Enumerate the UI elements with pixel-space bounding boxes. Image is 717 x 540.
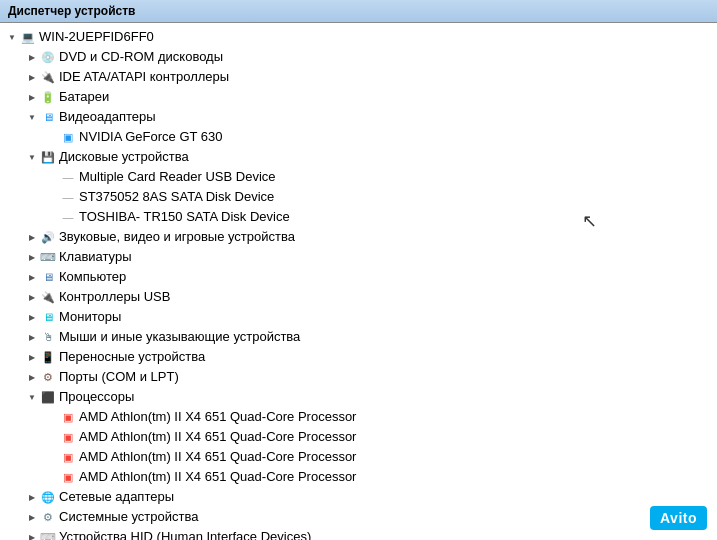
avito-badge: Avito — [650, 506, 707, 530]
collapsed-arrow-icon — [29, 348, 35, 367]
expand-button-computer2[interactable] — [24, 269, 40, 285]
device-manager-window: Диспетчер устройств 💻WIN-2UEPFID6FF0💿DVD… — [0, 0, 717, 540]
item-label-portable: Переносные устройства — [59, 348, 205, 366]
tree-item-portable[interactable]: 📱Переносные устройства — [0, 347, 717, 367]
device-icon-cpu1: ▣ — [60, 409, 76, 425]
item-label-ports: Порты (COM и LPT) — [59, 368, 179, 386]
device-icon-disks: 💾 — [40, 149, 56, 165]
title-bar: Диспетчер устройств — [0, 0, 717, 23]
collapsed-arrow-icon — [29, 68, 35, 87]
expand-button-hid[interactable] — [24, 529, 40, 540]
tree-item-hid[interactable]: ⌨Устройства HID (Human Interface Devices… — [0, 527, 717, 540]
collapsed-arrow-icon — [29, 228, 35, 247]
tree-item-computer[interactable]: 💻WIN-2UEPFID6FF0 — [0, 27, 717, 47]
expand-button-usb[interactable] — [24, 289, 40, 305]
tree-item-display[interactable]: 🖥Видеоадаптеры — [0, 107, 717, 127]
expand-button-network[interactable] — [24, 489, 40, 505]
tree-item-ports[interactable]: ⚙Порты (COM и LPT) — [0, 367, 717, 387]
device-icon-cpu2: ▣ — [60, 429, 76, 445]
tree-item-cpu3[interactable]: ▣AMD Athlon(tm) II X4 651 Quad-Core Proc… — [0, 447, 717, 467]
device-icon-ide: 🔌 — [40, 69, 56, 85]
title-text: Диспетчер устройств — [8, 4, 135, 18]
tree-item-cpu1[interactable]: ▣AMD Athlon(tm) II X4 651 Quad-Core Proc… — [0, 407, 717, 427]
expand-button-keyboard[interactable] — [24, 249, 40, 265]
item-label-gpu: NVIDIA GeForce GT 630 — [79, 128, 223, 146]
item-label-keyboard: Клавиатуры — [59, 248, 132, 266]
tree-item-cpu2[interactable]: ▣AMD Athlon(tm) II X4 651 Quad-Core Proc… — [0, 427, 717, 447]
expand-button-cdrom[interactable] — [24, 49, 40, 65]
expanded-arrow-icon — [28, 388, 36, 407]
item-label-mouse: Мыши и иные указывающие устройства — [59, 328, 300, 346]
collapsed-arrow-icon — [29, 328, 35, 347]
item-label-network: Сетевые адаптеры — [59, 488, 174, 506]
device-icon-gpu: ▣ — [60, 129, 76, 145]
tree-item-mouse[interactable]: 🖱Мыши и иные указывающие устройства — [0, 327, 717, 347]
item-label-disks: Дисковые устройства — [59, 148, 189, 166]
item-label-cpu1: AMD Athlon(tm) II X4 651 Quad-Core Proce… — [79, 408, 356, 426]
tree-item-computer2[interactable]: 🖥Компьютер — [0, 267, 717, 287]
item-label-display: Видеоадаптеры — [59, 108, 156, 126]
tree-item-gpu[interactable]: ▣NVIDIA GeForce GT 630 — [0, 127, 717, 147]
item-label-system: Системные устройства — [59, 508, 198, 526]
expand-button-display[interactable] — [24, 109, 40, 125]
tree-item-disk2[interactable]: —ST375052 8AS SATA Disk Device — [0, 187, 717, 207]
expanded-arrow-icon — [28, 108, 36, 127]
item-label-monitor: Мониторы — [59, 308, 121, 326]
expand-button-system[interactable] — [24, 509, 40, 525]
tree-item-disk1[interactable]: —Multiple Card Reader USB Device — [0, 167, 717, 187]
expand-button-audio[interactable] — [24, 229, 40, 245]
expand-button-ide[interactable] — [24, 69, 40, 85]
tree-item-battery[interactable]: 🔋Батареи — [0, 87, 717, 107]
tree-item-monitor[interactable]: 🖥Мониторы — [0, 307, 717, 327]
item-label-cdrom: DVD и CD-ROM дисководы — [59, 48, 223, 66]
tree-item-cdrom[interactable]: 💿DVD и CD-ROM дисководы — [0, 47, 717, 67]
collapsed-arrow-icon — [29, 48, 35, 67]
item-label-disk2: ST375052 8AS SATA Disk Device — [79, 188, 274, 206]
item-label-hid: Устройства HID (Human Interface Devices) — [59, 528, 311, 540]
device-icon-cpu_group: ⬛ — [40, 389, 56, 405]
expand-button-ports[interactable] — [24, 369, 40, 385]
expanded-arrow-icon — [28, 148, 36, 167]
device-icon-battery: 🔋 — [40, 89, 56, 105]
device-icon-usb: 🔌 — [40, 289, 56, 305]
tree-item-disks[interactable]: 💾Дисковые устройства — [0, 147, 717, 167]
tree-item-cpu4[interactable]: ▣AMD Athlon(tm) II X4 651 Quad-Core Proc… — [0, 467, 717, 487]
collapsed-arrow-icon — [29, 288, 35, 307]
tree-item-network[interactable]: 🌐Сетевые адаптеры — [0, 487, 717, 507]
item-label-computer: WIN-2UEPFID6FF0 — [39, 28, 154, 46]
tree-item-cpu_group[interactable]: ⬛Процессоры — [0, 387, 717, 407]
device-icon-portable: 📱 — [40, 349, 56, 365]
device-tree[interactable]: 💻WIN-2UEPFID6FF0💿DVD и CD-ROM дисководы🔌… — [0, 23, 717, 540]
tree-item-usb[interactable]: 🔌Контроллеры USB — [0, 287, 717, 307]
collapsed-arrow-icon — [29, 508, 35, 527]
collapsed-arrow-icon — [29, 488, 35, 507]
expand-button-disks[interactable] — [24, 149, 40, 165]
tree-item-disk3[interactable]: —TOSHIBA- TR150 SATA Disk Device — [0, 207, 717, 227]
device-icon-disk3: — — [60, 209, 76, 225]
expand-button-computer[interactable] — [4, 29, 20, 45]
tree-item-ide[interactable]: 🔌IDE ATA/ATAPI контроллеры — [0, 67, 717, 87]
device-icon-display: 🖥 — [40, 109, 56, 125]
item-label-battery: Батареи — [59, 88, 109, 106]
expand-button-portable[interactable] — [24, 349, 40, 365]
collapsed-arrow-icon — [29, 528, 35, 541]
tree-item-keyboard[interactable]: ⌨Клавиатуры — [0, 247, 717, 267]
tree-item-audio[interactable]: 🔊Звуковые, видео и игровые устройства — [0, 227, 717, 247]
device-icon-cpu4: ▣ — [60, 469, 76, 485]
expand-button-monitor[interactable] — [24, 309, 40, 325]
device-icon-disk2: — — [60, 189, 76, 205]
device-icon-ports: ⚙ — [40, 369, 56, 385]
expanded-arrow-icon — [8, 28, 16, 47]
item-label-usb: Контроллеры USB — [59, 288, 170, 306]
device-icon-computer: 💻 — [20, 29, 36, 45]
tree-item-system[interactable]: ⚙Системные устройства — [0, 507, 717, 527]
collapsed-arrow-icon — [29, 368, 35, 387]
collapsed-arrow-icon — [29, 308, 35, 327]
item-label-disk1: Multiple Card Reader USB Device — [79, 168, 276, 186]
expand-button-battery[interactable] — [24, 89, 40, 105]
expand-button-cpu_group[interactable] — [24, 389, 40, 405]
item-label-cpu3: AMD Athlon(tm) II X4 651 Quad-Core Proce… — [79, 448, 356, 466]
expand-button-mouse[interactable] — [24, 329, 40, 345]
item-label-audio: Звуковые, видео и игровые устройства — [59, 228, 295, 246]
item-label-cpu_group: Процессоры — [59, 388, 134, 406]
